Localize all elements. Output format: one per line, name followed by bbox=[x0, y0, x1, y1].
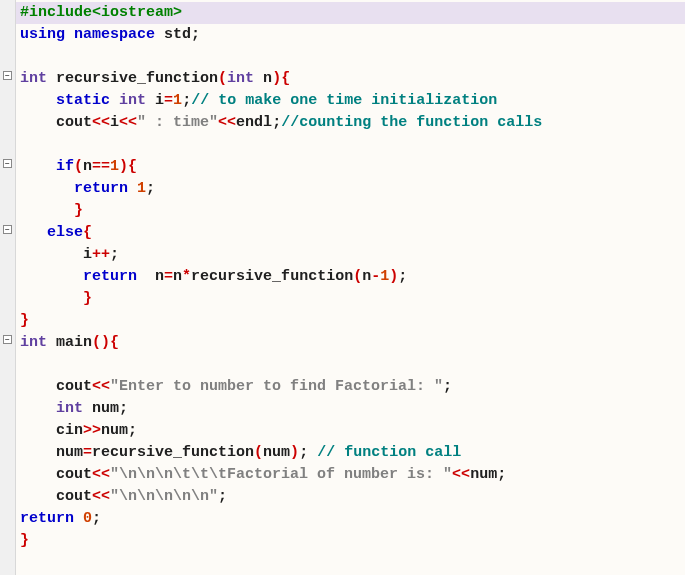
code-line bbox=[20, 46, 685, 68]
code-line: int recursive_function(int n){ bbox=[20, 68, 685, 90]
code-line: return n=n*recursive_function(n-1); bbox=[20, 266, 685, 288]
preprocessor: #include<iostream> bbox=[20, 4, 182, 21]
fold-icon[interactable]: − bbox=[3, 71, 12, 80]
code-line: num=recursive_function(num); // function… bbox=[20, 442, 685, 464]
code-editor[interactable]: #include<iostream> using namespace std; … bbox=[0, 0, 685, 552]
code-line: } bbox=[20, 530, 685, 552]
code-line: cin>>num; bbox=[20, 420, 685, 442]
code-line: cout<<"\n\n\n\n\n"; bbox=[20, 486, 685, 508]
code-line: if(n==1){ bbox=[20, 156, 685, 178]
code-line: } bbox=[20, 288, 685, 310]
fold-icon[interactable]: − bbox=[3, 159, 12, 168]
code-line: } bbox=[20, 200, 685, 222]
fold-gutter: − − − − bbox=[0, 0, 16, 575]
code-line bbox=[20, 354, 685, 376]
code-line: return 1; bbox=[20, 178, 685, 200]
code-line: int num; bbox=[20, 398, 685, 420]
code-line: cout<<i<<" : time"<<endl;//counting the … bbox=[20, 112, 685, 134]
code-line: #include<iostream> bbox=[0, 2, 685, 24]
code-line: else{ bbox=[20, 222, 685, 244]
code-line: cout<<"\n\n\n\t\t\tFactorial of number i… bbox=[20, 464, 685, 486]
code-line: static int i=1;// to make one time initi… bbox=[20, 90, 685, 112]
fold-icon[interactable]: − bbox=[3, 335, 12, 344]
code-line: i++; bbox=[20, 244, 685, 266]
code-line: using namespace std; bbox=[20, 24, 685, 46]
code-line: } bbox=[20, 310, 685, 332]
code-line: return 0; bbox=[20, 508, 685, 530]
code-line bbox=[20, 134, 685, 156]
fold-icon[interactable]: − bbox=[3, 225, 12, 234]
code-line: cout<<"Enter to number to find Factorial… bbox=[20, 376, 685, 398]
code-line: int main(){ bbox=[20, 332, 685, 354]
